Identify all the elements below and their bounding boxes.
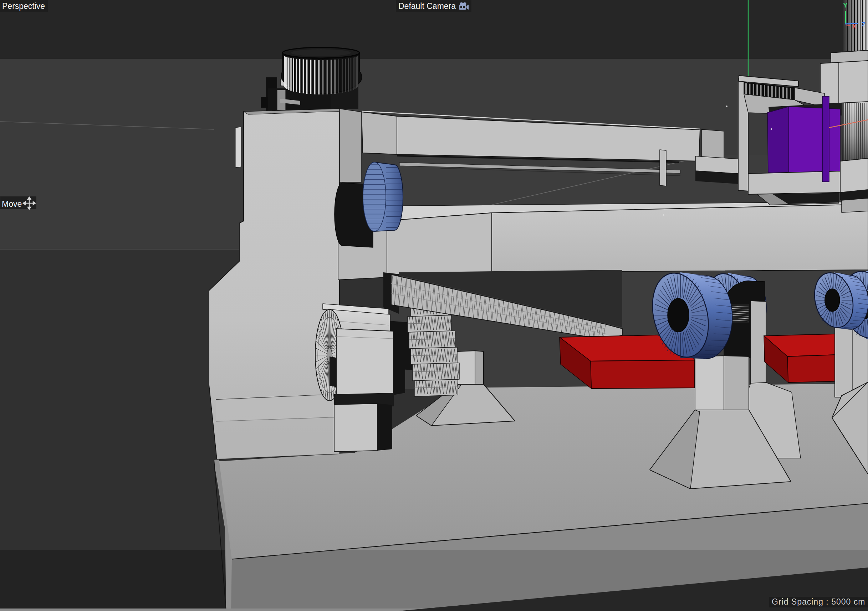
svg-text:Move: Move	[2, 199, 22, 209]
svg-text:Z: Z	[862, 22, 865, 28]
svg-text:Default Camera: Default Camera	[398, 2, 456, 11]
svg-text:Perspective: Perspective	[2, 2, 45, 11]
svg-text:Grid Spacing : 5000 cm: Grid Spacing : 5000 cm	[772, 597, 865, 606]
svg-text:X: X	[852, 23, 856, 29]
svg-text:Y: Y	[843, 2, 848, 9]
